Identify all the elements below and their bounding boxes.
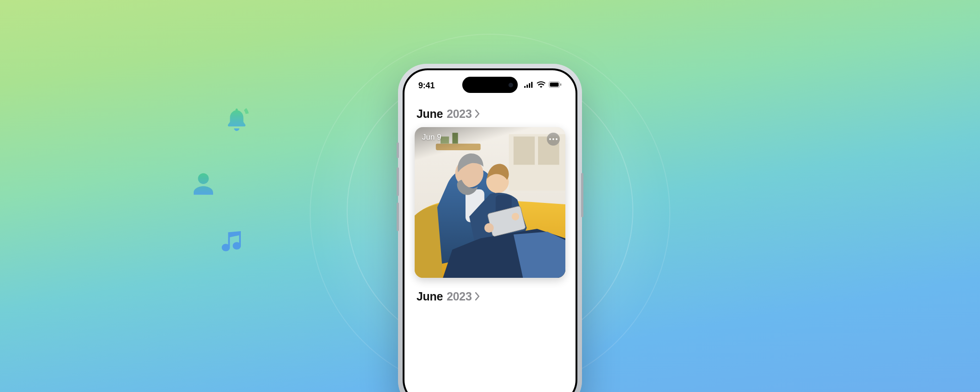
promo-stage: 9:41 (0, 0, 980, 392)
svg-rect-9 (560, 84, 561, 86)
section-year: 2023 (447, 290, 472, 303)
dot-icon (552, 138, 554, 140)
section-header[interactable]: June 2023 (415, 100, 565, 127)
status-time: 9:41 (418, 81, 435, 91)
phone-side-button (397, 202, 399, 231)
section-header[interactable]: June 2023 (415, 278, 565, 310)
svg-rect-4 (527, 85, 528, 88)
svg-rect-3 (524, 86, 526, 88)
status-bar: 9:41 (404, 70, 576, 96)
more-button[interactable] (547, 133, 560, 146)
photos-content: June 2023 (404, 96, 576, 310)
phone-side-button (397, 167, 399, 196)
phone-side-button (397, 142, 399, 158)
dynamic-island (462, 77, 518, 93)
cellular-icon (524, 81, 533, 90)
wifi-icon (537, 81, 545, 90)
phone-side-button (581, 173, 583, 217)
chevron-right-icon (475, 292, 480, 300)
photo-date-label: Jun 9 (422, 133, 441, 142)
photo-thumbnail (415, 127, 565, 278)
section-year: 2023 (447, 107, 472, 121)
person-icon (190, 171, 216, 199)
svg-rect-8 (550, 83, 559, 87)
dot-icon (549, 138, 551, 140)
svg-rect-5 (529, 83, 530, 88)
phone-mockup: 9:41 (398, 64, 582, 392)
svg-rect-6 (531, 82, 533, 88)
status-indicators (524, 81, 562, 90)
photo-card[interactable]: Jun 9 (415, 127, 565, 278)
bell-icon (223, 106, 250, 135)
svg-point-24 (512, 213, 519, 220)
phone-screen: 9:41 (404, 70, 576, 392)
section-month: June (416, 290, 443, 303)
music-note-icon (218, 229, 245, 258)
svg-point-23 (484, 223, 494, 233)
dot-icon (556, 138, 557, 140)
chevron-right-icon (475, 110, 480, 118)
battery-icon (549, 81, 562, 90)
section-month: June (416, 107, 443, 121)
